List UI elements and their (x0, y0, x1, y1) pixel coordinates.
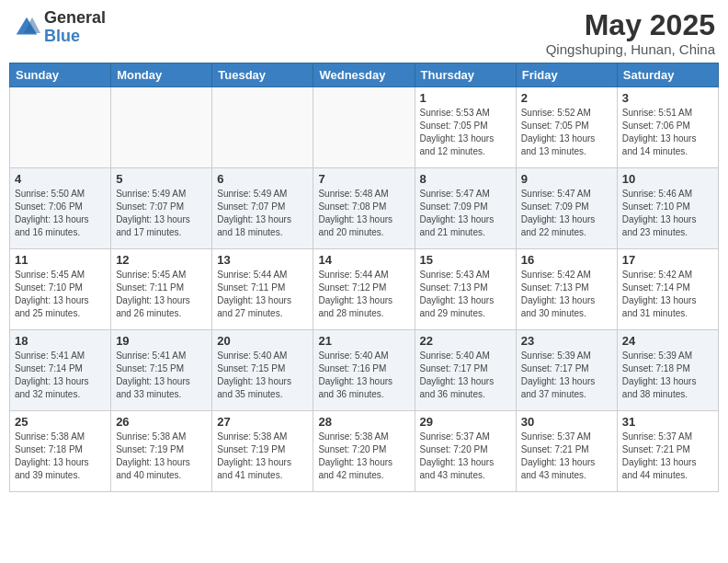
calendar-cell: 26Sunrise: 5:38 AM Sunset: 7:19 PM Dayli… (111, 411, 212, 492)
day-number: 7 (318, 172, 409, 186)
calendar-cell: 23Sunrise: 5:39 AM Sunset: 7:17 PM Dayli… (516, 330, 617, 411)
day-number: 22 (420, 334, 511, 348)
day-info: Sunrise: 5:40 AM Sunset: 7:15 PM Dayligh… (217, 350, 308, 401)
day-info: Sunrise: 5:38 AM Sunset: 7:19 PM Dayligh… (217, 431, 308, 482)
day-info: Sunrise: 5:39 AM Sunset: 7:17 PM Dayligh… (521, 350, 612, 401)
day-info: Sunrise: 5:47 AM Sunset: 7:09 PM Dayligh… (420, 188, 511, 239)
day-info: Sunrise: 5:39 AM Sunset: 7:18 PM Dayligh… (622, 350, 713, 401)
day-info: Sunrise: 5:42 AM Sunset: 7:13 PM Dayligh… (521, 269, 612, 320)
calendar-week-row: 18Sunrise: 5:41 AM Sunset: 7:14 PM Dayli… (10, 330, 719, 411)
calendar-cell: 13Sunrise: 5:44 AM Sunset: 7:11 PM Dayli… (212, 249, 313, 330)
calendar-cell: 9Sunrise: 5:47 AM Sunset: 7:09 PM Daylig… (516, 168, 617, 249)
calendar-cell: 19Sunrise: 5:41 AM Sunset: 7:15 PM Dayli… (111, 330, 212, 411)
calendar-cell: 28Sunrise: 5:38 AM Sunset: 7:20 PM Dayli… (313, 411, 415, 492)
weekday-header-sunday: Sunday (10, 63, 111, 87)
day-number: 12 (116, 253, 207, 267)
calendar-cell: 16Sunrise: 5:42 AM Sunset: 7:13 PM Dayli… (516, 249, 617, 330)
day-info: Sunrise: 5:49 AM Sunset: 7:07 PM Dayligh… (116, 188, 207, 239)
day-info: Sunrise: 5:45 AM Sunset: 7:10 PM Dayligh… (15, 269, 106, 320)
day-number: 26 (116, 415, 207, 429)
day-info: Sunrise: 5:38 AM Sunset: 7:18 PM Dayligh… (15, 431, 106, 482)
calendar-cell: 7Sunrise: 5:48 AM Sunset: 7:08 PM Daylig… (313, 168, 415, 249)
day-info: Sunrise: 5:44 AM Sunset: 7:12 PM Dayligh… (318, 269, 409, 320)
day-number: 27 (217, 415, 308, 429)
logo-icon (13, 14, 40, 41)
calendar-cell (10, 87, 111, 168)
day-number: 6 (217, 172, 308, 186)
day-number: 19 (116, 334, 207, 348)
location: Qingshuping, Hunan, China (546, 41, 715, 57)
calendar-cell: 18Sunrise: 5:41 AM Sunset: 7:14 PM Dayli… (10, 330, 111, 411)
day-info: Sunrise: 5:38 AM Sunset: 7:20 PM Dayligh… (318, 431, 409, 482)
calendar-cell: 27Sunrise: 5:38 AM Sunset: 7:19 PM Dayli… (212, 411, 313, 492)
calendar-cell: 29Sunrise: 5:37 AM Sunset: 7:20 PM Dayli… (415, 411, 516, 492)
calendar-cell: 11Sunrise: 5:45 AM Sunset: 7:10 PM Dayli… (10, 249, 111, 330)
calendar-week-row: 1Sunrise: 5:53 AM Sunset: 7:05 PM Daylig… (10, 87, 719, 168)
day-info: Sunrise: 5:49 AM Sunset: 7:07 PM Dayligh… (217, 188, 308, 239)
day-info: Sunrise: 5:51 AM Sunset: 7:06 PM Dayligh… (622, 107, 713, 158)
calendar-cell: 25Sunrise: 5:38 AM Sunset: 7:18 PM Dayli… (10, 411, 111, 492)
day-info: Sunrise: 5:37 AM Sunset: 7:21 PM Dayligh… (622, 431, 713, 482)
weekday-header-thursday: Thursday (415, 63, 516, 87)
calendar-cell: 14Sunrise: 5:44 AM Sunset: 7:12 PM Dayli… (313, 249, 415, 330)
day-info: Sunrise: 5:38 AM Sunset: 7:19 PM Dayligh… (116, 431, 207, 482)
weekday-header-saturday: Saturday (617, 63, 718, 87)
calendar-cell: 20Sunrise: 5:40 AM Sunset: 7:15 PM Dayli… (212, 330, 313, 411)
day-info: Sunrise: 5:53 AM Sunset: 7:05 PM Dayligh… (420, 107, 511, 158)
day-number: 1 (420, 91, 511, 105)
day-info: Sunrise: 5:46 AM Sunset: 7:10 PM Dayligh… (622, 188, 713, 239)
day-number: 3 (622, 91, 713, 105)
day-number: 24 (622, 334, 713, 348)
day-info: Sunrise: 5:40 AM Sunset: 7:17 PM Dayligh… (420, 350, 511, 401)
day-info: Sunrise: 5:41 AM Sunset: 7:15 PM Dayligh… (116, 350, 207, 401)
calendar-cell: 21Sunrise: 5:40 AM Sunset: 7:16 PM Dayli… (313, 330, 415, 411)
day-info: Sunrise: 5:37 AM Sunset: 7:21 PM Dayligh… (521, 431, 612, 482)
day-info: Sunrise: 5:41 AM Sunset: 7:14 PM Dayligh… (15, 350, 106, 401)
calendar-cell: 24Sunrise: 5:39 AM Sunset: 7:18 PM Dayli… (617, 330, 718, 411)
day-info: Sunrise: 5:48 AM Sunset: 7:08 PM Dayligh… (318, 188, 409, 239)
calendar-cell: 3Sunrise: 5:51 AM Sunset: 7:06 PM Daylig… (617, 87, 718, 168)
calendar-cell: 30Sunrise: 5:37 AM Sunset: 7:21 PM Dayli… (516, 411, 617, 492)
calendar-cell: 4Sunrise: 5:50 AM Sunset: 7:06 PM Daylig… (10, 168, 111, 249)
weekday-header-wednesday: Wednesday (313, 63, 415, 87)
calendar-cell: 8Sunrise: 5:47 AM Sunset: 7:09 PM Daylig… (415, 168, 516, 249)
calendar-cell: 22Sunrise: 5:40 AM Sunset: 7:17 PM Dayli… (415, 330, 516, 411)
day-number: 10 (622, 172, 713, 186)
day-number: 28 (318, 415, 409, 429)
day-number: 23 (521, 334, 612, 348)
day-info: Sunrise: 5:42 AM Sunset: 7:14 PM Dayligh… (622, 269, 713, 320)
day-number: 29 (420, 415, 511, 429)
day-number: 14 (318, 253, 409, 267)
calendar-cell (313, 87, 415, 168)
day-number: 21 (318, 334, 409, 348)
calendar-cell: 17Sunrise: 5:42 AM Sunset: 7:14 PM Dayli… (617, 249, 718, 330)
day-info: Sunrise: 5:45 AM Sunset: 7:11 PM Dayligh… (116, 269, 207, 320)
calendar-week-row: 4Sunrise: 5:50 AM Sunset: 7:06 PM Daylig… (10, 168, 719, 249)
calendar-cell: 15Sunrise: 5:43 AM Sunset: 7:13 PM Dayli… (415, 249, 516, 330)
day-info: Sunrise: 5:47 AM Sunset: 7:09 PM Dayligh… (521, 188, 612, 239)
weekday-header-friday: Friday (516, 63, 617, 87)
day-number: 25 (15, 415, 106, 429)
day-number: 4 (15, 172, 106, 186)
calendar-cell (111, 87, 212, 168)
weekday-header-monday: Monday (111, 63, 212, 87)
logo-general: General (44, 9, 106, 28)
day-info: Sunrise: 5:50 AM Sunset: 7:06 PM Dayligh… (15, 188, 106, 239)
calendar-cell: 10Sunrise: 5:46 AM Sunset: 7:10 PM Dayli… (617, 168, 718, 249)
day-number: 2 (521, 91, 612, 105)
calendar-cell: 5Sunrise: 5:49 AM Sunset: 7:07 PM Daylig… (111, 168, 212, 249)
day-number: 16 (521, 253, 612, 267)
day-number: 15 (420, 253, 511, 267)
month-title: May 2025 (546, 9, 715, 41)
day-info: Sunrise: 5:43 AM Sunset: 7:13 PM Dayligh… (420, 269, 511, 320)
weekday-header-row: SundayMondayTuesdayWednesdayThursdayFrid… (10, 63, 719, 87)
calendar-table: SundayMondayTuesdayWednesdayThursdayFrid… (9, 63, 719, 492)
page-header: General Blue May 2025 Qingshuping, Hunan… (9, 9, 719, 57)
logo: General Blue (13, 9, 106, 46)
calendar-cell (212, 87, 313, 168)
day-number: 20 (217, 334, 308, 348)
weekday-header-tuesday: Tuesday (212, 63, 313, 87)
day-number: 8 (420, 172, 511, 186)
calendar-cell: 2Sunrise: 5:52 AM Sunset: 7:05 PM Daylig… (516, 87, 617, 168)
calendar-cell: 1Sunrise: 5:53 AM Sunset: 7:05 PM Daylig… (415, 87, 516, 168)
